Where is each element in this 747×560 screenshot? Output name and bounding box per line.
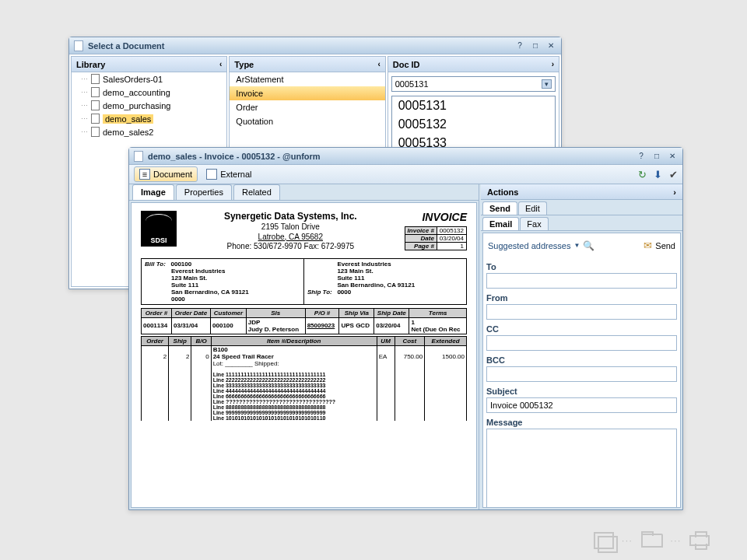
library-item[interactable]: ⋯SalesOrders-01 [72,72,226,86]
library-item[interactable]: ⋯demo_accounting [72,86,226,99]
collapse-icon[interactable]: ‹ [377,60,380,68]
line-items-table: OrderShipB/OItem #/DescriptionUMCostExte… [141,336,467,421]
docid-combo[interactable]: 0005131▾ [391,76,556,92]
type-item[interactable]: ArStatement [230,72,384,86]
company-logo: SDSI [141,211,177,247]
maximize-button[interactable]: □ [651,151,662,162]
library-item[interactable]: ⋯demo_sales2 [72,125,226,138]
dropdown-icon[interactable]: ▾ [542,79,552,89]
dropdown-icon[interactable]: ▼ [573,242,580,249]
message-field[interactable] [486,429,677,508]
library-item[interactable]: ⋯demo_purchasing [72,99,226,112]
page-icon [206,169,217,180]
titlebar[interactable]: demo_sales - Invoice - 0005132 - @unform… [129,148,682,165]
window-title: demo_sales - Invoice - 0005132 - @unform [148,152,631,161]
envelope-icon: ✉ [644,240,652,251]
company-block: Synergetic Data Systems, Inc. 2195 Talon… [177,211,405,252]
document-icon [134,151,143,162]
type-header[interactable]: Type‹ [230,57,384,72]
type-item[interactable]: Invoice [230,86,384,100]
titlebar[interactable]: Select a Document ? □ ✕ [69,37,561,54]
tab-image[interactable]: Image [132,184,174,200]
toolbar: ≡Document External ↻ ⬇ ✔ [129,165,682,184]
download-icon[interactable]: ⬇ [654,169,662,180]
search-icon[interactable]: 🔍 [583,240,594,251]
help-button[interactable]: ? [636,151,647,162]
printer-icon[interactable] [689,535,710,546]
library-item[interactable]: ⋯demo_sales [72,112,226,125]
document-mode-button[interactable]: ≡Document [134,166,198,182]
dock: ··· ··· [594,532,710,549]
order-summary-table: Order #Order DateCustomerSlsP/O #Ship Vi… [141,308,467,334]
document-viewer-window: demo_sales - Invoice - 0005132 - @unform… [128,147,683,510]
external-mode-button[interactable]: External [201,166,257,182]
expand-icon[interactable]: › [673,187,676,197]
actions-pane: Actions› Send Edit Email Fax Suggested a… [479,184,682,509]
address-row: Bill To: 000100 Everest Industries 123 M… [141,258,467,305]
document-preview[interactable]: SDSI Synergetic Data Systems, Inc. 2195 … [131,202,477,508]
close-button[interactable]: ✕ [545,40,556,51]
collapse-icon[interactable]: ‹ [219,60,222,68]
docid-item[interactable]: 0005131 [392,96,555,115]
type-item[interactable]: Quotation [230,114,384,128]
refresh-icon[interactable]: ↻ [638,169,647,180]
library-header[interactable]: Library‹ [72,57,226,72]
docid-header[interactable]: Doc ID› [388,57,559,72]
tab-properties[interactable]: Properties [176,184,232,200]
subject-field[interactable] [486,397,677,413]
invoice-meta-table: Invoice #0005132 Date03/20/04 Page #1 [405,226,467,250]
window-title: Select a Document [88,41,510,51]
tab-email[interactable]: Email [482,217,519,230]
close-button[interactable]: ✕ [667,151,678,162]
check-icon[interactable]: ✔ [669,169,678,180]
bcc-field[interactable] [486,366,677,382]
to-field[interactable] [486,273,677,289]
actions-header[interactable]: Actions› [481,184,682,200]
tab-fax[interactable]: Fax [520,217,548,230]
cc-field[interactable] [486,335,677,351]
tab-edit[interactable]: Edit [518,201,547,215]
docid-item[interactable]: 0005132 [392,115,555,134]
folder-icon[interactable] [641,534,663,548]
invoice-title: INVOICE [405,211,467,223]
send-button[interactable]: ✉Send [644,240,675,251]
maximize-button[interactable]: □ [530,40,541,51]
list-icon: ≡ [139,169,150,180]
view-tabs: Image Properties Related [129,184,479,201]
help-button[interactable]: ? [514,40,525,51]
type-item[interactable]: Order [230,100,384,114]
tab-related[interactable]: Related [233,184,280,200]
suggested-addresses-link[interactable]: Suggested addresses [488,241,570,250]
expand-icon[interactable]: › [552,60,554,68]
tab-send[interactable]: Send [482,201,517,215]
from-field[interactable] [486,304,677,320]
documents-icon[interactable] [594,532,614,549]
document-icon [74,40,83,51]
